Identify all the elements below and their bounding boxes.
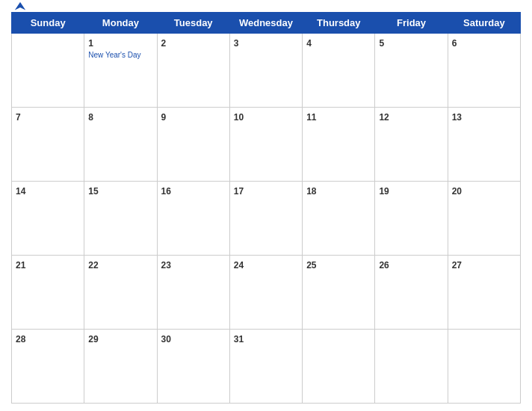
day-number: 30 [161,334,171,344]
day-number: 25 [306,260,316,271]
table-row: 11 [303,108,375,182]
logo-bird-icon [13,1,27,14]
day-header-tuesday: Tuesday [157,13,229,34]
table-row: 28 [12,330,84,404]
day-number: 6 [452,38,457,49]
day-number: 3 [234,38,239,49]
table-row: 22 [84,256,157,330]
day-number: 19 [379,186,389,197]
day-number: 9 [161,112,167,123]
table-row: 29 [84,330,157,404]
day-number: 14 [16,186,25,197]
table-row: 20 [448,182,520,256]
logo-blue-text [11,1,27,14]
day-header-monday: Monday [84,13,157,34]
table-row: 5 [375,34,448,108]
day-number: 16 [161,186,171,197]
day-number: 21 [16,260,25,271]
day-number: 22 [88,260,98,271]
table-row: 9 [157,108,229,182]
day-number: 5 [379,38,384,49]
table-row: 10 [229,108,302,182]
table-row: 14 [12,182,84,256]
table-row: 7 [12,108,84,182]
calendar-body: 1New Year's Day2345678910111213141516171… [12,34,521,404]
table-row: 26 [375,256,448,330]
table-row: 23 [157,256,229,330]
table-row: 4 [303,34,375,108]
table-row: 30 [157,330,229,404]
table-row [12,34,84,108]
week-row-3: 14151617181920 [12,182,521,256]
logo [11,1,27,14]
table-row: 15 [84,182,157,256]
table-row: 19 [375,182,448,256]
day-number: 28 [16,334,25,344]
day-number: 15 [88,186,98,197]
svg-marker-0 [15,2,25,10]
day-number: 2 [161,38,167,49]
table-row: 12 [375,108,448,182]
table-row: 18 [303,182,375,256]
table-row: 27 [448,256,520,330]
days-header: SundayMondayTuesdayWednesdayThursdayFrid… [12,13,521,34]
week-row-4: 21222324252627 [12,256,521,330]
day-number: 1 [88,38,93,49]
table-row: 2 [157,34,229,108]
table-row [375,330,448,404]
calendar-table: SundayMondayTuesdayWednesdayThursdayFrid… [11,12,521,404]
day-number: 24 [234,260,244,271]
day-header-saturday: Saturday [448,13,520,34]
day-number: 4 [306,38,312,49]
table-row: 16 [157,182,229,256]
day-number: 11 [306,112,316,123]
day-number: 20 [452,186,462,197]
day-number: 13 [452,112,462,123]
table-row [303,330,375,404]
table-row [448,330,520,404]
day-header-sunday: Sunday [12,13,84,34]
table-row: 13 [448,108,520,182]
week-row-5: 28293031 [12,330,521,404]
day-number: 17 [234,186,244,197]
table-row: 25 [303,256,375,330]
day-number: 31 [234,334,244,344]
table-row: 1New Year's Day [84,34,157,108]
day-number: 29 [88,334,98,344]
day-number: 26 [379,260,389,271]
day-number: 18 [306,186,316,197]
day-header-friday: Friday [375,13,448,34]
table-row: 24 [229,256,302,330]
day-header-wednesday: Wednesday [229,13,302,34]
day-number: 8 [88,112,93,123]
holiday-label: New Year's Day [88,51,152,60]
table-row: 6 [448,34,520,108]
table-row: 8 [84,108,157,182]
day-number: 27 [452,260,462,271]
day-number: 12 [379,112,389,123]
day-number: 7 [16,112,21,123]
day-number: 10 [234,112,244,123]
day-number: 23 [161,260,171,271]
week-row-2: 78910111213 [12,108,521,182]
week-row-1: 1New Year's Day23456 [12,34,521,108]
table-row: 21 [12,256,84,330]
day-header-thursday: Thursday [303,13,375,34]
table-row: 3 [229,34,302,108]
table-row: 17 [229,182,302,256]
table-row: 31 [229,330,302,404]
